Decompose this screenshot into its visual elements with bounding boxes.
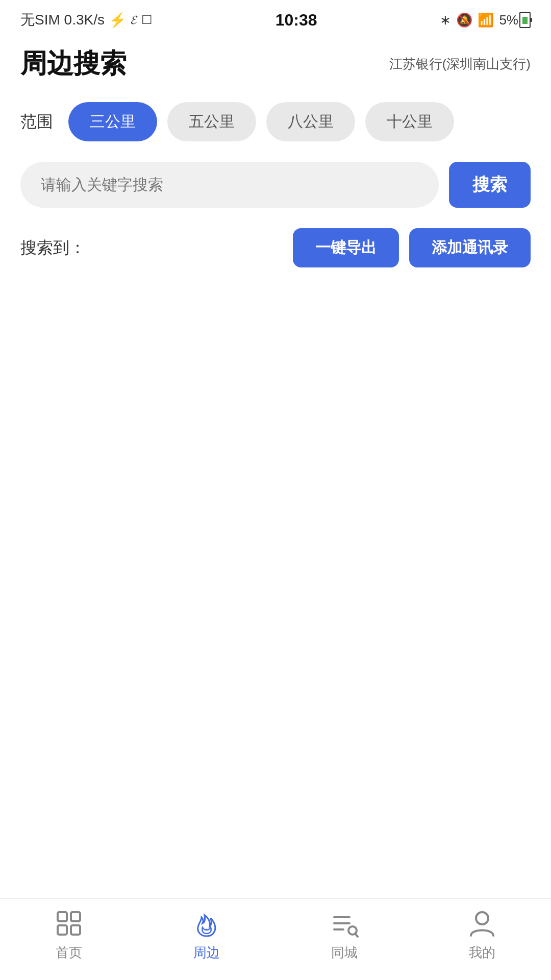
results-label: 搜索到： bbox=[20, 237, 86, 259]
results-section: 搜索到： 一键导出 添加通讯录 bbox=[0, 218, 551, 278]
usb-icon: ⚡ bbox=[109, 12, 127, 29]
content-area bbox=[0, 278, 551, 737]
range-3km-button[interactable]: 三公里 bbox=[68, 102, 157, 141]
svg-rect-3 bbox=[71, 925, 80, 935]
svg-rect-1 bbox=[71, 912, 80, 921]
search-button[interactable]: 搜索 bbox=[449, 162, 531, 208]
nav-item-home[interactable]: 首页 bbox=[28, 907, 110, 962]
nav-item-city[interactable]: 同城 bbox=[304, 907, 385, 962]
status-bar: 无SIM 0.3K/s ⚡ 𝓔 ☐ 10:38 ∗ 🔕 📶 5% bbox=[0, 0, 551, 36]
status-left: 无SIM 0.3K/s ⚡ 𝓔 ☐ bbox=[20, 10, 153, 30]
search-input[interactable] bbox=[20, 162, 439, 208]
range-section: 范围 三公里 五公里 八公里 十公里 bbox=[0, 92, 551, 152]
svg-line-8 bbox=[355, 934, 358, 937]
nearby-icon bbox=[190, 907, 223, 940]
nav-item-profile[interactable]: 我的 bbox=[441, 907, 523, 962]
search-section: 搜索 bbox=[0, 152, 551, 218]
svg-rect-2 bbox=[58, 925, 67, 935]
sim-icon: ☐ bbox=[141, 13, 153, 27]
nav-label-home: 首页 bbox=[56, 944, 82, 962]
mute-icon: 🔕 bbox=[456, 12, 472, 28]
page-title: 周边搜索 bbox=[20, 46, 127, 82]
range-8km-button[interactable]: 八公里 bbox=[266, 102, 355, 141]
city-icon bbox=[328, 907, 361, 940]
status-right: ∗ 🔕 📶 5% bbox=[440, 12, 531, 28]
sim-status: 无SIM 0.3K/s bbox=[20, 10, 105, 30]
data-icon: 𝓔 bbox=[131, 13, 137, 27]
battery-icon bbox=[519, 12, 531, 28]
nav-label-nearby: 周边 bbox=[193, 944, 220, 962]
bluetooth-icon: ∗ bbox=[440, 12, 451, 28]
svg-point-9 bbox=[476, 912, 488, 924]
svg-rect-0 bbox=[58, 912, 67, 921]
results-actions: 一键导出 添加通讯录 bbox=[293, 228, 531, 267]
add-contacts-button[interactable]: 添加通讯录 bbox=[409, 228, 531, 267]
wifi-icon: 📶 bbox=[478, 12, 494, 28]
range-label: 范围 bbox=[20, 111, 53, 133]
location-text: 江苏银行(深圳南山支行) bbox=[389, 55, 531, 73]
home-icon bbox=[53, 907, 85, 940]
nav-item-nearby[interactable]: 周边 bbox=[166, 907, 247, 962]
profile-icon bbox=[466, 907, 498, 940]
battery-status: 5% bbox=[499, 12, 531, 28]
nav-label-profile: 我的 bbox=[469, 944, 495, 962]
header: 周边搜索 江苏银行(深圳南山支行) bbox=[0, 36, 551, 92]
range-10km-button[interactable]: 十公里 bbox=[365, 102, 454, 141]
export-button[interactable]: 一键导出 bbox=[293, 228, 399, 267]
bottom-nav: 首页 周边 同城 bbox=[0, 898, 551, 980]
nav-label-city: 同城 bbox=[331, 944, 358, 962]
status-time: 10:38 bbox=[276, 11, 317, 30]
range-5km-button[interactable]: 五公里 bbox=[167, 102, 256, 141]
